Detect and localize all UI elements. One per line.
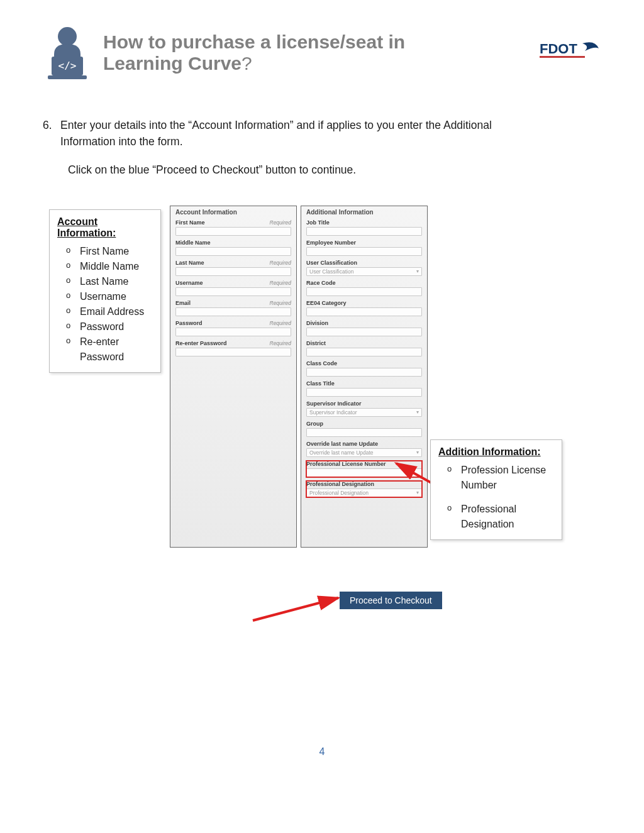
text-input[interactable] — [175, 247, 291, 256]
field-label: User Classification — [306, 260, 357, 266]
form-field: District — [306, 340, 422, 356]
field-label: Class Title — [306, 380, 335, 387]
step-paragraph-1: Enter your details into the “Account Inf… — [60, 117, 526, 150]
proceed-to-checkout-button[interactable]: Proceed to Checkout — [340, 592, 442, 609]
list-item: Password — [66, 319, 153, 334]
text-input[interactable] — [306, 348, 422, 356]
svg-text:FDOT: FDOT — [540, 41, 577, 57]
field-label: Employee Number — [306, 240, 356, 246]
button-row: Proceed to Checkout — [43, 592, 601, 626]
title-line-2: Learning Curve? — [103, 53, 527, 75]
callout-list: First Name Middle Name Last Name Usernam… — [57, 244, 153, 365]
callout-additional-info: Addition Information: Profession License… — [430, 439, 562, 540]
callout-account-info: Account Information: First Name Middle N… — [49, 209, 161, 373]
field-label: EE04 Category — [306, 300, 347, 306]
form-field: Professional DesignationProfessional Des… — [306, 481, 422, 497]
field-label: Override last name Update — [306, 441, 378, 447]
svg-rect-5 — [540, 56, 585, 58]
text-input[interactable] — [306, 247, 422, 256]
form-field: Group — [306, 421, 422, 437]
page-number: 4 — [0, 746, 644, 758]
dropdown-input[interactable]: Supervisor Indicator▾ — [306, 408, 422, 417]
figure-area: Account Information: First Name Middle N… — [43, 206, 601, 558]
list-item: Middle Name — [66, 259, 153, 274]
text-input[interactable] — [306, 287, 422, 296]
text-input[interactable] — [306, 307, 422, 316]
svg-text:</>: </> — [58, 60, 77, 72]
text-input[interactable] — [306, 328, 422, 336]
placeholder-text: User Classification — [309, 268, 353, 275]
field-label: Supervisor Indicator — [306, 400, 362, 407]
field-label: Username — [175, 280, 203, 286]
text-input[interactable] — [306, 227, 422, 236]
required-tag: Required — [270, 340, 292, 346]
field-label: Race Code — [306, 280, 336, 286]
text-input[interactable] — [306, 388, 422, 397]
chevron-down-icon: ▾ — [416, 450, 419, 455]
panel-title: Account Information — [175, 209, 291, 216]
dropdown-input[interactable]: Professional Designation▾ — [306, 488, 422, 497]
list-item: Profession License Number — [447, 463, 554, 493]
form-field: EmailRequired — [175, 300, 291, 316]
step-number: 6. — [43, 117, 57, 178]
dropdown-input[interactable]: User Classification▾ — [306, 267, 422, 276]
field-label: Group — [306, 421, 323, 427]
form-field: Last NameRequired — [175, 260, 291, 276]
text-input[interactable] — [306, 368, 422, 377]
form-field: Race Code — [306, 280, 422, 296]
step-6: 6. Enter your details into the “Account … — [43, 117, 601, 178]
required-tag: Required — [270, 300, 292, 306]
text-input[interactable] — [306, 428, 422, 437]
arrow-annotation-icon — [250, 594, 345, 623]
list-item: Username — [66, 289, 153, 304]
form-field: User ClassificationUser Classification▾ — [306, 260, 422, 276]
form-field: Middle Name — [175, 240, 291, 256]
required-tag: Required — [270, 260, 292, 266]
field-label: Job Title — [306, 219, 330, 226]
field-label: Middle Name — [175, 240, 211, 246]
title-line-1: How to purchase a license/seat in — [103, 31, 527, 53]
field-label: Professional License Number — [306, 461, 386, 467]
form-field: First NameRequired — [175, 219, 291, 236]
text-input[interactable] — [306, 468, 422, 477]
form-field: EE04 Category — [306, 300, 422, 316]
dropdown-input[interactable]: Override last name Update▾ — [306, 448, 422, 457]
list-item: Last Name — [66, 274, 153, 289]
form-field: Division — [306, 320, 422, 336]
page-title: How to purchase a license/seat in Learni… — [103, 31, 527, 75]
svg-line-7 — [253, 598, 338, 621]
list-item: Professional Designation — [447, 502, 554, 532]
form-field: Re-enter PasswordRequired — [175, 340, 291, 356]
svg-point-0 — [58, 27, 77, 46]
text-input[interactable] — [175, 328, 291, 336]
form-field: PasswordRequired — [175, 320, 291, 336]
text-input[interactable] — [175, 227, 291, 236]
field-label: Professional Designation — [306, 481, 374, 487]
form-field: Override last name UpdateOverride last n… — [306, 441, 422, 457]
step-paragraph-2: Click on the blue “Proceed to Checkout” … — [68, 162, 526, 178]
required-tag: Required — [270, 219, 292, 226]
header: </> How to purchase a license/seat in Le… — [43, 25, 601, 80]
text-input[interactable] — [175, 307, 291, 316]
list-item: Re-enter Password — [66, 334, 153, 365]
svg-rect-2 — [48, 75, 87, 79]
placeholder-text: Supervisor Indicator — [309, 409, 357, 416]
text-input[interactable] — [175, 348, 291, 356]
form-field: UsernameRequired — [175, 280, 291, 296]
callout-list: Profession License Number Professional D… — [438, 463, 554, 532]
placeholder-text: Professional Designation — [309, 490, 369, 496]
text-input[interactable] — [175, 267, 291, 276]
field-label: Last Name — [175, 260, 204, 266]
field-label: Password — [175, 320, 203, 326]
required-tag: Required — [270, 320, 292, 326]
field-label: Re-enter Password — [175, 340, 227, 346]
chevron-down-icon: ▾ — [416, 409, 419, 415]
account-info-panel: Account Information First NameRequiredMi… — [170, 206, 297, 548]
field-label: Email — [175, 300, 191, 306]
required-tag: Required — [270, 280, 292, 286]
field-label: Division — [306, 320, 328, 326]
step-text: Enter your details into the “Account Inf… — [60, 117, 526, 178]
chevron-down-icon: ▾ — [416, 490, 419, 495]
text-input[interactable] — [175, 287, 291, 296]
callout-title: Addition Information: — [438, 446, 554, 458]
